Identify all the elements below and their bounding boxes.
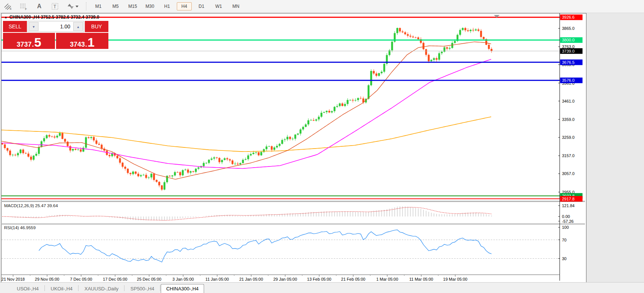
price-axis-label: 3157.0 — [562, 153, 575, 158]
time-axis-label: 7 Dec 05:00 — [70, 277, 92, 281]
svg-text:E: E — [10, 7, 12, 10]
rsi-axis-label: 100 — [562, 225, 569, 230]
rsi-line — [39, 230, 492, 262]
time-axis-label: 13 Feb 05:00 — [307, 277, 332, 281]
pane-divider[interactable] — [1, 224, 585, 224]
chart-tab-china300-h4[interactable]: CHINA300-,H4 — [161, 284, 204, 293]
price-badge-label: 2917.8 — [562, 197, 575, 201]
volume-input[interactable] — [39, 21, 73, 32]
chart-tab-bar: USOil-,H4UKOil-,H4XAUUSD-,DailySP500-,H4… — [0, 282, 644, 293]
chart-tab-ukoil-h4[interactable]: UKOil-,H4 — [45, 284, 78, 293]
macd-axis-label: 0.00 — [562, 214, 570, 219]
time-axis-label: 1 Mar 05:00 — [376, 277, 398, 281]
timeframe-button-m1[interactable]: M1 — [91, 2, 106, 10]
time-axis-label: 21 Nov 2018 — [1, 277, 25, 281]
timeframe-button-h4[interactable]: H4 — [177, 2, 192, 10]
sell-price-button[interactable]: 3737.5 — [3, 33, 55, 49]
timeframe-button-w1[interactable]: W1 — [211, 2, 226, 10]
time-axis-label: 25 Dec 05:00 — [137, 277, 161, 281]
price-axis-label: 3359.0 — [562, 117, 575, 122]
svg-text:T: T — [53, 4, 56, 9]
chart-tab-xauusd-daily[interactable]: XAUUSD-,Daily — [79, 284, 124, 293]
timeframe-button-h1[interactable]: H1 — [160, 2, 175, 10]
sell-button[interactable]: SELL — [3, 21, 27, 32]
volume-control: ▾ ▴ — [28, 21, 84, 32]
macd-axis-label: -57.26 — [562, 219, 574, 224]
toolbar-separator — [86, 2, 87, 10]
rsi-label: RSI(14) 46.9559 — [4, 225, 36, 230]
time-axis-label: 11 Jan 05:00 — [206, 277, 229, 281]
timeframe-button-m30[interactable]: M30 — [142, 2, 157, 10]
timeframe-button-m5[interactable]: M5 — [108, 2, 123, 10]
buy-price-button[interactable]: 3743.1 — [56, 33, 108, 49]
mt4-terminal: { "toolbar": { "icons": [ {"name": "equi… — [0, 0, 644, 293]
timeframe-button-mn[interactable]: MN — [228, 2, 243, 10]
price-badge-label: 3739.0 — [562, 49, 575, 53]
volume-decrease-button[interactable]: ▾ — [29, 22, 38, 31]
time-axis-label: 29 Jan 05:00 — [273, 277, 297, 281]
text-label-icon[interactable]: T — [49, 1, 61, 11]
one-click-trade-panel: SELL ▾ ▴ BUY 3737.5 3743.1 — [3, 21, 108, 48]
buy-button[interactable]: BUY — [85, 21, 108, 32]
macd-label: MACD(12,26,9) 25.47 39.64 — [4, 203, 58, 208]
timeframe-button-m15[interactable]: M15 — [125, 2, 140, 10]
top-toolbar: E F A T M1M5M15M30H1H4D1W1MN — [0, 0, 644, 13]
moving-average-line — [1, 59, 491, 169]
price-badge-label: 3576.0 — [562, 78, 575, 82]
time-axis-label: 29 Nov 05:00 — [35, 277, 59, 281]
candlesticks — [1, 27, 493, 191]
time-axis-label: 21 Feb 05:00 — [341, 277, 366, 281]
chart-tab-sp500-h4[interactable]: SP500-,H4 — [125, 284, 160, 293]
equidistant-channel-icon[interactable]: E — [2, 1, 13, 11]
price-badge-label: 3926.6 — [562, 15, 575, 19]
macd-histogram — [2, 206, 492, 221]
volume-increase-button[interactable]: ▴ — [73, 22, 83, 31]
time-axis-label: 17 Dec 05:00 — [103, 277, 127, 281]
pane-divider[interactable] — [1, 201, 585, 202]
time-axis-label: 3 Jan 05:00 — [172, 277, 194, 281]
rsi-axis-label: 30 — [562, 256, 567, 261]
chart-title: ▲CHINA300-,H4 3752.5 3782.6 3732.4 3739.… — [4, 15, 99, 20]
chart-canvas[interactable]: 3865.03763.03663.03561.03461.03359.03259… — [1, 13, 585, 281]
timeframe-button-d1[interactable]: D1 — [194, 2, 209, 10]
fibonacci-retracement-icon[interactable]: F — [18, 1, 29, 11]
moving-average-line — [1, 117, 491, 152]
text-icon[interactable]: A — [34, 1, 45, 11]
price-axis-label: 3461.0 — [562, 99, 575, 103]
time-axis-label: 11 Mar 05:00 — [409, 277, 433, 281]
macd-axis-label: 121.84 — [562, 203, 575, 208]
time-axis-label: 19 Mar 05:00 — [443, 277, 468, 281]
time-axis-label: 21 Jan 05:00 — [239, 277, 263, 281]
arrow-objects-icon[interactable] — [65, 1, 81, 11]
price-badge-label: 3800.0 — [562, 38, 575, 42]
price-axis-label: 3057.0 — [562, 171, 575, 176]
direction-triangle-icon: ▲ — [4, 15, 7, 19]
price-badge-label: 3676.5 — [562, 60, 575, 65]
chart-tab-usoil-h4[interactable]: USOil-,H4 — [11, 284, 44, 293]
rsi-axis-label: 70 — [562, 238, 567, 242]
price-axis-label: 3259.0 — [562, 135, 575, 140]
price-axis-label: 3865.0 — [562, 26, 575, 31]
svg-text:F: F — [25, 7, 27, 10]
